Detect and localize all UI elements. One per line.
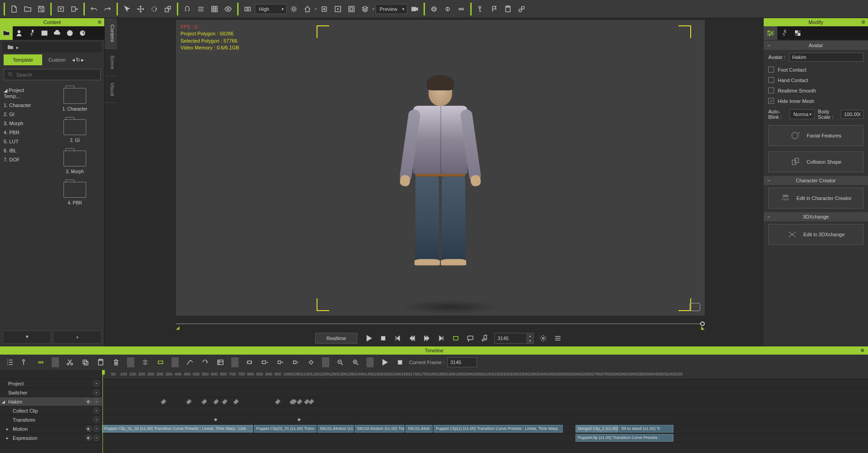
grid-icon[interactable] bbox=[208, 3, 221, 15]
side-tab-visual[interactable]: Visual bbox=[105, 76, 117, 103]
tree-item[interactable]: 4. PBR bbox=[4, 128, 42, 137]
undo-icon[interactable] bbox=[88, 3, 100, 15]
tl-play-icon[interactable] bbox=[378, 356, 391, 369]
avatar-name-input[interactable] bbox=[789, 53, 863, 62]
visibility-icon[interactable] bbox=[222, 3, 234, 15]
tl-zoomin-icon[interactable] bbox=[349, 356, 362, 369]
nav-prev-icon[interactable]: ◂ bbox=[72, 57, 75, 63]
side-tab-scene[interactable]: Scene bbox=[105, 49, 117, 76]
motion-clip[interactable]: Puppet Clip(1) (x1.00) Transition Curve … bbox=[434, 425, 563, 433]
speech-icon[interactable] bbox=[465, 333, 475, 343]
go-end-icon[interactable] bbox=[436, 333, 446, 343]
track-close-icon[interactable]: × bbox=[93, 399, 99, 404]
tl-tracklist-icon[interactable] bbox=[4, 356, 16, 369]
section-cc[interactable]: −Character Creator bbox=[764, 176, 868, 185]
layers-icon[interactable] bbox=[359, 3, 371, 15]
tl-dope-icon[interactable] bbox=[214, 356, 227, 369]
track-row[interactable]: Project× bbox=[0, 379, 102, 388]
content-tab-motion[interactable] bbox=[25, 26, 38, 40]
track-close-icon[interactable]: × bbox=[93, 408, 99, 414]
modify-tab-motion[interactable] bbox=[777, 26, 791, 40]
link-icon[interactable] bbox=[515, 3, 528, 15]
tl-zoomsel-icon[interactable] bbox=[258, 356, 271, 369]
viewport-3d[interactable]: FPS : 0. Project Polygon : 58286 Selecte… bbox=[176, 20, 705, 316]
content-add-button[interactable]: ＋ bbox=[53, 331, 102, 344]
search-input[interactable] bbox=[4, 69, 101, 80]
motion-clip[interactable]: Puppet Clip_01_02 (x1.00) Transition Cur… bbox=[102, 425, 253, 433]
expand-icon[interactable]: ▸ bbox=[6, 436, 9, 440]
nav-refresh-icon[interactable]: ↻ bbox=[76, 57, 80, 63]
settings-icon[interactable] bbox=[538, 333, 548, 343]
tree-item[interactable]: 5. LUT bbox=[4, 137, 42, 146]
track-row[interactable]: ▸Motion◐× bbox=[0, 424, 102, 434]
frame-up-icon[interactable]: ▴ bbox=[527, 333, 533, 338]
folder-item[interactable]: 1. Character bbox=[47, 86, 102, 112]
motion-clip[interactable]: Puppet Clip(0)_01 (x1.00) Trans bbox=[254, 425, 317, 433]
select-tool-icon[interactable] bbox=[121, 3, 133, 15]
loop-icon[interactable] bbox=[451, 333, 461, 343]
facial-features-button[interactable]: Facial Features bbox=[768, 125, 863, 146]
tl-curve-icon[interactable] bbox=[183, 356, 196, 369]
track-close-icon[interactable]: × bbox=[93, 435, 99, 441]
expand-icon[interactable]: ◢ bbox=[2, 399, 5, 404]
scrub-start-marker[interactable]: ◢ bbox=[176, 325, 180, 330]
list-icon[interactable] bbox=[553, 333, 563, 343]
bodyscale-input[interactable] bbox=[841, 110, 863, 119]
tree-item[interactable]: 1. Character bbox=[4, 101, 42, 110]
folder-item[interactable]: 2. GI bbox=[47, 117, 102, 143]
expression-clip[interactable]: PuppetClip (x1.00) Transition Curve Pres… bbox=[575, 434, 673, 442]
track-row[interactable]: ◢Hakim◐× bbox=[0, 397, 102, 406]
content-tab-media[interactable] bbox=[63, 26, 76, 40]
preview-dropdown[interactable]: Preview bbox=[375, 4, 407, 14]
section-3dx[interactable]: −3DXchange bbox=[764, 212, 868, 221]
tl-split-icon[interactable] bbox=[139, 356, 151, 369]
constraint-icon[interactable] bbox=[441, 3, 454, 15]
tl-fit-icon[interactable] bbox=[243, 356, 256, 369]
breadcrumb[interactable]: ▸ bbox=[3, 42, 102, 53]
content-tab-folder[interactable] bbox=[0, 26, 13, 40]
current-frame-input[interactable] bbox=[447, 357, 477, 367]
quality-dropdown[interactable]: High bbox=[255, 4, 287, 14]
go-start-icon[interactable] bbox=[393, 333, 403, 343]
motion-clip[interactable]: Sit to stand (x1.00) Tr bbox=[619, 425, 673, 433]
tl-markers-icon[interactable] bbox=[34, 356, 47, 369]
close-icon[interactable]: ⊗ bbox=[860, 347, 864, 353]
scrubber[interactable]: ◢ ◣ bbox=[176, 319, 705, 328]
tl-delete-icon[interactable] bbox=[110, 356, 122, 369]
track-vis-icon[interactable]: ◐ bbox=[86, 426, 92, 432]
tl-paste-icon[interactable] bbox=[94, 356, 107, 369]
move-tool-icon[interactable] bbox=[134, 3, 147, 15]
flag2-icon[interactable] bbox=[488, 3, 501, 15]
track-close-icon[interactable]: × bbox=[93, 390, 99, 395]
foot-contact-checkbox[interactable]: Foot Contact bbox=[764, 64, 868, 75]
motion-clip[interactable]: SitC02.iMotion (x1.00) Tra bbox=[355, 425, 405, 433]
stop-icon[interactable] bbox=[378, 333, 388, 343]
home-icon[interactable] bbox=[301, 3, 314, 15]
expand-icon[interactable]: ▸ bbox=[6, 427, 9, 431]
folder-item[interactable]: 3. Morph bbox=[47, 148, 102, 174]
snap-icon[interactable] bbox=[181, 3, 194, 15]
zoom-all-icon[interactable] bbox=[332, 3, 344, 15]
collision-shape-button[interactable]: Collision Shape bbox=[768, 151, 863, 172]
frame-icon[interactable] bbox=[345, 3, 358, 15]
track-close-icon[interactable]: × bbox=[93, 417, 99, 423]
track-vis-icon[interactable]: ◐ bbox=[86, 435, 92, 441]
camera-view-icon[interactable] bbox=[241, 3, 254, 15]
nav-next-icon[interactable]: ▸ bbox=[81, 57, 84, 63]
tl-loop-icon[interactable] bbox=[199, 356, 211, 369]
character-avatar[interactable] bbox=[400, 78, 481, 264]
track-row[interactable]: ▸Expression◐× bbox=[0, 434, 102, 443]
tree-root[interactable]: ◢ Project Temp... bbox=[4, 86, 42, 101]
tree-item[interactable]: 3. Morph bbox=[4, 119, 42, 128]
modify-tab-adjust[interactable] bbox=[764, 26, 777, 40]
realtime-button[interactable]: Realtime bbox=[315, 333, 357, 344]
simulate-icon[interactable] bbox=[455, 3, 468, 15]
motion-clip[interactable]: SitC01.iMoti bbox=[405, 425, 433, 433]
playhead[interactable] bbox=[102, 370, 103, 453]
tl-remove-icon[interactable] bbox=[289, 356, 302, 369]
audio-icon[interactable] bbox=[480, 333, 490, 343]
content-tab-actor[interactable] bbox=[13, 26, 25, 40]
tab-custom[interactable]: Custom bbox=[44, 54, 70, 65]
track-close-icon[interactable]: × bbox=[93, 426, 99, 432]
import-icon[interactable] bbox=[54, 3, 67, 15]
